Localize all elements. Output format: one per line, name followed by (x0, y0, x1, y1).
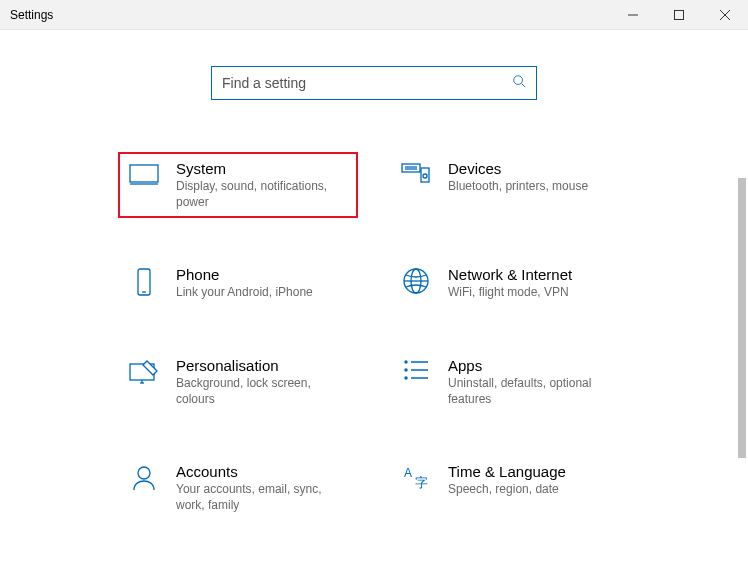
tile-title: Phone (176, 266, 313, 283)
svg-point-25 (405, 377, 407, 379)
tile-text: Devices Bluetooth, printers, mouse (448, 160, 588, 194)
svg-point-27 (138, 467, 150, 479)
tile-time-language[interactable]: A字 Time & Language Speech, region, date (390, 455, 630, 521)
tile-text: Personalisation Background, lock screen,… (176, 357, 346, 407)
search-wrap (0, 66, 748, 100)
vertical-scrollbar[interactable] (733, 60, 747, 571)
tile-accounts[interactable]: Accounts Your accounts, email, sync, wor… (118, 455, 358, 521)
tile-text: Network & Internet WiFi, flight mode, VP… (448, 266, 572, 300)
svg-rect-1 (675, 10, 684, 19)
tile-title: Network & Internet (448, 266, 572, 283)
tile-devices[interactable]: Devices Bluetooth, printers, mouse (390, 152, 630, 218)
tile-desc: Background, lock screen, colours (176, 375, 346, 407)
maximize-icon (674, 10, 684, 20)
search-input[interactable] (222, 75, 512, 91)
phone-icon (126, 266, 162, 296)
search-icon (512, 74, 526, 92)
close-icon (720, 10, 730, 20)
tile-desc: Uninstall, defaults, optional features (448, 375, 618, 407)
tile-desc: Display, sound, notifications, power (176, 178, 346, 210)
tile-network[interactable]: Network & Internet WiFi, flight mode, VP… (390, 258, 630, 308)
tile-desc: Bluetooth, printers, mouse (448, 178, 588, 194)
network-icon (398, 266, 434, 294)
maximize-button[interactable] (656, 0, 702, 29)
apps-icon (398, 357, 434, 381)
tile-title: Time & Language (448, 463, 566, 480)
close-button[interactable] (702, 0, 748, 29)
svg-text:字: 字 (415, 475, 428, 490)
tile-title: System (176, 160, 346, 177)
minimize-icon (628, 10, 638, 20)
svg-text:A: A (404, 466, 412, 480)
tile-title: Apps (448, 357, 618, 374)
tile-desc: Speech, region, date (448, 481, 566, 497)
tile-text: Time & Language Speech, region, date (448, 463, 566, 497)
tile-title: Personalisation (176, 357, 346, 374)
svg-rect-8 (402, 164, 420, 172)
search-box[interactable] (211, 66, 537, 100)
tile-apps[interactable]: Apps Uninstall, defaults, optional featu… (390, 349, 630, 415)
tile-system[interactable]: System Display, sound, notifications, po… (118, 152, 358, 218)
settings-grid: System Display, sound, notifications, po… (118, 152, 630, 521)
minimize-button[interactable] (610, 0, 656, 29)
title-bar: Settings (0, 0, 748, 30)
tile-title: Accounts (176, 463, 346, 480)
svg-point-4 (514, 76, 523, 85)
tile-text: Accounts Your accounts, email, sync, wor… (176, 463, 346, 513)
window-title: Settings (10, 8, 610, 22)
svg-line-5 (522, 84, 526, 88)
tile-text: System Display, sound, notifications, po… (176, 160, 346, 210)
svg-rect-6 (130, 165, 158, 182)
scrollbar-thumb[interactable] (738, 178, 746, 458)
svg-point-10 (423, 174, 427, 178)
settings-window: Settings (0, 0, 748, 571)
personalisation-icon (126, 357, 162, 385)
tile-desc: Your accounts, email, sync, work, family (176, 481, 346, 513)
tile-desc: WiFi, flight mode, VPN (448, 284, 572, 300)
window-body: System Display, sound, notifications, po… (0, 30, 748, 571)
svg-rect-13 (138, 269, 150, 295)
tile-text: Phone Link your Android, iPhone (176, 266, 313, 300)
svg-rect-9 (421, 168, 429, 182)
accounts-icon (126, 463, 162, 491)
devices-icon (398, 160, 434, 186)
tile-personalisation[interactable]: Personalisation Background, lock screen,… (118, 349, 358, 415)
svg-point-21 (405, 361, 407, 363)
svg-point-23 (405, 369, 407, 371)
time-language-icon: A字 (398, 463, 434, 491)
tile-desc: Link your Android, iPhone (176, 284, 313, 300)
tile-phone[interactable]: Phone Link your Android, iPhone (118, 258, 358, 308)
system-icon (126, 160, 162, 186)
tile-title: Devices (448, 160, 588, 177)
tile-text: Apps Uninstall, defaults, optional featu… (448, 357, 618, 407)
window-controls (610, 0, 748, 29)
